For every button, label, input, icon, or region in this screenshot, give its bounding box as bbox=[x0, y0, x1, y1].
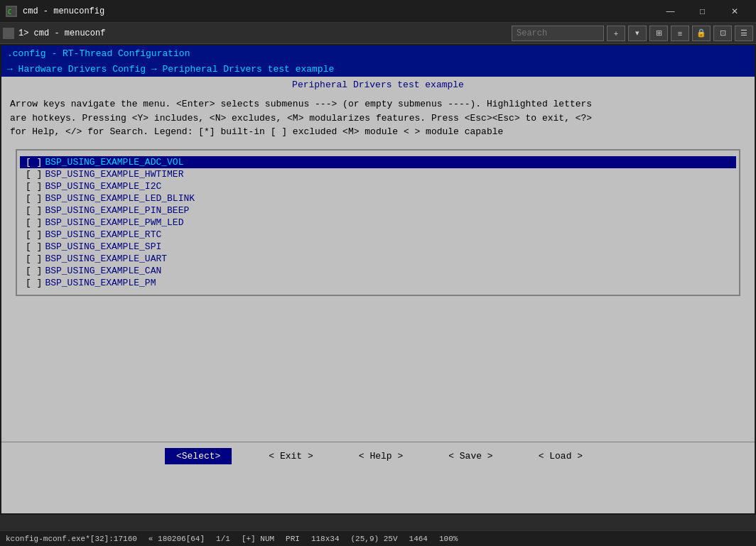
menu-item-uart[interactable]: [ ] BSP_USING_EXAMPLE_UART bbox=[20, 253, 736, 265]
breadcrumb-nav: → Hardware Drivers Config → Peripheral D… bbox=[1, 61, 755, 77]
status-fraction: 1/1 bbox=[216, 535, 230, 543]
item-name-5: BSP_USING_EXAMPLE_PWM_LED bbox=[45, 217, 183, 228]
tab-label: 1> cmd - menuconf bbox=[18, 28, 512, 38]
select-button[interactable]: <Select> bbox=[165, 448, 232, 464]
title-bar: C cmd - menuconfig — □ ✕ bbox=[0, 0, 756, 23]
menu-item-i2c[interactable]: [ ] BSP_USING_EXAMPLE_I2C bbox=[20, 180, 736, 192]
config-area: [ ] BSP_USING_EXAMPLE_ADC_VOL [ ] BSP_US… bbox=[1, 143, 755, 442]
help-title: Peripheral Drivers test example bbox=[1, 77, 755, 93]
menu-item-led-blink[interactable]: [ ] BSP_USING_EXAMPLE_LED_BLINK bbox=[20, 192, 736, 204]
menu-button[interactable]: ☰ bbox=[735, 26, 753, 41]
item-name-9: BSP_USING_EXAMPLE_CAN bbox=[45, 266, 161, 276]
item-name-2: BSP_USING_EXAMPLE_I2C bbox=[45, 181, 161, 192]
status-cursor: (25,9) 25V bbox=[351, 535, 398, 543]
bracket-4: [ ] bbox=[26, 205, 42, 216]
search-input[interactable] bbox=[512, 26, 604, 41]
view-button[interactable]: ⊞ bbox=[649, 26, 668, 41]
bracket-7: [ ] bbox=[26, 241, 42, 252]
settings-button[interactable]: ≡ bbox=[671, 26, 689, 41]
status-process: kconfig-mconf.exe*[32]:17160 bbox=[6, 535, 137, 543]
content-area: .config - RT-Thread Configuration → Hard… bbox=[1, 45, 755, 513]
bracket-5: [ ] bbox=[26, 217, 42, 228]
help-button[interactable]: < Help > bbox=[350, 448, 411, 464]
bracket-9: [ ] bbox=[26, 266, 42, 276]
menu-item-pin-beep[interactable]: [ ] BSP_USING_EXAMPLE_PIN_BEEP bbox=[20, 204, 736, 217]
bottom-spacer bbox=[0, 515, 756, 530]
menu-item-rtc[interactable]: [ ] BSP_USING_EXAMPLE_RTC bbox=[20, 229, 736, 241]
item-name-1: BSP_USING_EXAMPLE_HWTIMER bbox=[45, 169, 183, 180]
menu-item-pm[interactable]: [ ] BSP_USING_EXAMPLE_PM bbox=[20, 277, 736, 289]
help-line-1: Arrow keys navigate the menu. <Enter> se… bbox=[10, 97, 746, 111]
breadcrumb-top: .config - RT-Thread Configuration bbox=[1, 45, 755, 61]
app-icon: C bbox=[6, 6, 17, 17]
status-bar: kconfig-mconf.exe*[32]:17160 « 180206[64… bbox=[0, 530, 756, 546]
help-line-2: are hotkeys. Pressing <Y> includes, <N> … bbox=[10, 111, 746, 126]
status-flags: [+] NUM bbox=[242, 535, 274, 543]
item-name-4: BSP_USING_EXAMPLE_PIN_BEEP bbox=[45, 205, 189, 216]
status-position: « 180206[64] bbox=[148, 535, 205, 543]
help-text-area: Arrow keys navigate the menu. <Enter> se… bbox=[1, 93, 755, 143]
title-bar-text: cmd - menuconfig bbox=[23, 6, 654, 16]
status-dimensions: 118x34 bbox=[311, 535, 340, 543]
bracket-2: [ ] bbox=[26, 181, 42, 192]
dropdown-button[interactable]: ▾ bbox=[628, 26, 647, 41]
status-zoom: 100% bbox=[439, 535, 458, 543]
tab-bar: 1> cmd - menuconf + ▾ ⊞ ≡ 🔒 ⊡ ☰ bbox=[0, 23, 756, 44]
load-button[interactable]: < Load > bbox=[530, 448, 591, 464]
maximize-button[interactable]: □ bbox=[686, 0, 718, 23]
item-name-6: BSP_USING_EXAMPLE_RTC bbox=[45, 229, 161, 240]
tab-icon bbox=[3, 28, 14, 39]
menu-list: [ ] BSP_USING_EXAMPLE_ADC_VOL [ ] BSP_US… bbox=[16, 149, 740, 296]
window-controls: — □ ✕ bbox=[654, 0, 750, 23]
layout-button[interactable]: ⊡ bbox=[713, 26, 732, 41]
menu-item-pwm-led[interactable]: [ ] BSP_USING_EXAMPLE_PWM_LED bbox=[20, 217, 736, 229]
help-line-3: for Help, </> for Search. Legend: [*] bu… bbox=[10, 125, 746, 139]
svg-text:C: C bbox=[8, 9, 11, 16]
item-name-10: BSP_USING_EXAMPLE_PM bbox=[45, 278, 156, 288]
bracket-10: [ ] bbox=[26, 278, 42, 288]
bracket-0: [ ] bbox=[26, 157, 42, 168]
toolbar: + ▾ ⊞ ≡ 🔒 ⊡ ☰ bbox=[512, 26, 753, 41]
config-path: .config - RT-Thread Configuration bbox=[7, 48, 190, 59]
lock-button[interactable]: 🔒 bbox=[692, 26, 711, 41]
bottom-button-bar: <Select> < Exit > < Help > < Save > < Lo… bbox=[1, 442, 755, 470]
add-button[interactable]: + bbox=[607, 26, 625, 41]
item-name-0: BSP_USING_EXAMPLE_ADC_VOL bbox=[45, 157, 183, 168]
exit-button[interactable]: < Exit > bbox=[260, 448, 321, 464]
menu-item-spi[interactable]: [ ] BSP_USING_EXAMPLE_SPI bbox=[20, 241, 736, 253]
item-name-8: BSP_USING_EXAMPLE_UART bbox=[45, 253, 167, 264]
status-priority: PRI bbox=[286, 535, 300, 543]
nav-path: → Hardware Drivers Config → Peripheral D… bbox=[7, 64, 334, 75]
menu-item-adc[interactable]: [ ] BSP_USING_EXAMPLE_ADC_VOL bbox=[20, 156, 736, 168]
bracket-3: [ ] bbox=[26, 193, 42, 204]
main-window: C cmd - menuconfig — □ ✕ 1> cmd - menuco… bbox=[0, 0, 756, 546]
minimize-button[interactable]: — bbox=[654, 0, 686, 23]
bracket-1: [ ] bbox=[26, 169, 42, 180]
menu-item-hwtimer[interactable]: [ ] BSP_USING_EXAMPLE_HWTIMER bbox=[20, 168, 736, 180]
item-name-7: BSP_USING_EXAMPLE_SPI bbox=[45, 241, 161, 252]
close-button[interactable]: ✕ bbox=[718, 0, 750, 23]
save-button[interactable]: < Save > bbox=[440, 448, 501, 464]
item-name-3: BSP_USING_EXAMPLE_LED_BLINK bbox=[45, 193, 195, 204]
bracket-6: [ ] bbox=[26, 229, 42, 240]
menu-item-can[interactable]: [ ] BSP_USING_EXAMPLE_CAN bbox=[20, 265, 736, 277]
bracket-8: [ ] bbox=[26, 253, 42, 264]
help-title-text: Peripheral Drivers test example bbox=[292, 80, 464, 90]
status-memory: 1464 bbox=[409, 535, 428, 543]
